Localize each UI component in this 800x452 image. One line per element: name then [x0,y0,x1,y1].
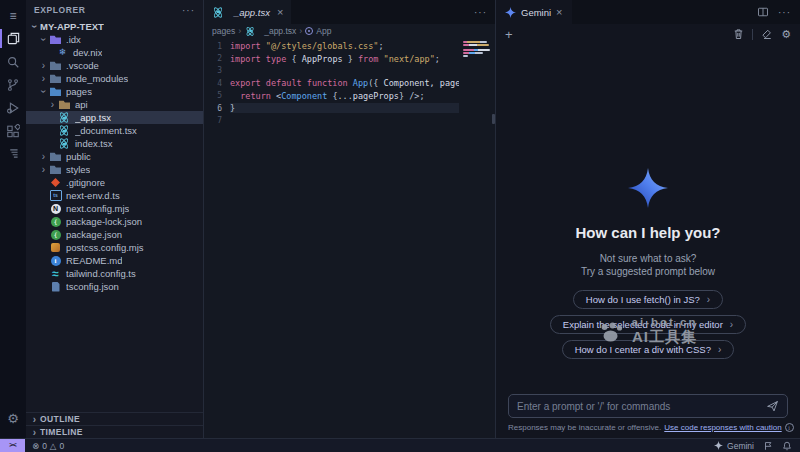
code-line: 4export default function App({ Component… [204,77,459,89]
tree-item-package-lock[interactable]: package-lock.json [26,215,203,228]
breadcrumb[interactable]: pages › _app.tsx › App [204,24,495,38]
gemini-settings-icon[interactable]: ⚙ [781,29,791,40]
source-control-icon[interactable] [0,73,26,96]
extensions-icon[interactable] [0,119,26,142]
activity-bar: ≡ ⚙ [0,0,26,438]
tree-item-my-app-text[interactable]: MY-APP-TEXT [26,20,203,33]
chevron-down-icon [38,86,49,97]
split-editor-icon[interactable] [757,6,769,18]
tree-item-node-modules[interactable]: node_modules [26,72,203,85]
warning-icon: △ [50,441,57,451]
postcss-icon [49,242,62,254]
gemini-subtitle: Not sure what to ask? Try a suggested pr… [581,252,715,278]
react-icon [58,138,71,150]
readme-info-icon [49,255,62,267]
tree-item-app-tsx[interactable]: _app.tsx [26,111,203,124]
chevron-right-icon [38,164,49,175]
tree-item-public[interactable]: public [26,150,203,163]
typescript-def-icon [49,190,62,202]
eraser-clear-icon[interactable] [761,28,773,40]
editor-actions-icon[interactable]: ··· [474,7,487,18]
tab-gemini[interactable]: Gemini × [496,0,572,24]
menu-icon[interactable]: ≡ [0,4,26,27]
file-tree: MY-APP-TEXT .idx dev.nix .vscode node_mo… [26,20,203,412]
gemini-toolbar: + ⚙ [496,24,800,44]
search-icon[interactable] [0,50,26,73]
gemini-sparkle-icon [505,7,516,18]
chevron-right-icon [38,151,49,162]
trash-icon[interactable] [733,28,744,40]
more-actions-icon[interactable]: ··· [778,7,791,18]
caution-link[interactable]: Use code responses with caution [664,423,781,432]
code-line: 2import type { AppProps } from "next/app… [204,52,459,64]
chevron-right-icon: › [730,319,733,330]
gemini-title: How can I help you? [575,224,720,241]
chevron-right-icon: › [718,344,721,355]
feedback-icon[interactable] [763,441,773,451]
symbol-class-icon [305,27,313,35]
json-icon [49,229,62,241]
timeline-section[interactable]: TIMELINE [26,425,203,438]
react-icon [212,6,225,18]
explorer-title: EXPLORER [34,5,86,15]
tree-item-package-json[interactable]: package.json [26,228,203,241]
tab-app-tsx[interactable]: _app.tsx × [204,0,291,24]
scrollbar-thumb[interactable] [492,114,495,124]
react-icon [58,112,71,124]
tree-item-api[interactable]: api [26,98,203,111]
chevron-right-icon [29,427,40,438]
folder-icon [49,86,62,98]
react-icon [58,125,71,137]
close-tab-icon[interactable]: × [277,6,283,18]
remote-indicator[interactable]: >< [0,439,25,452]
tree-item-tailwind[interactable]: tailwind.config.ts [26,267,203,280]
chevron-right-icon [29,414,40,425]
gemini-sparkle-icon [714,441,723,450]
minimap[interactable] [461,38,491,438]
explorer-actions-icon[interactable]: ··· [182,5,195,16]
output-lines-icon[interactable] [0,142,26,165]
explorer-files-icon[interactable] [0,27,26,50]
tree-item-styles[interactable]: styles [26,163,203,176]
folder-icon [49,34,62,46]
send-icon[interactable] [766,400,779,412]
tree-item-document-tsx[interactable]: _document.tsx [26,124,203,137]
folder-icon [58,99,71,111]
statusbar-gemini[interactable]: Gemini [714,441,754,451]
tree-item-readme[interactable]: README.md [26,254,203,267]
tree-item-next-env[interactable]: next-env.d.ts [26,189,203,202]
info-icon: i [785,423,794,432]
bell-icon[interactable] [782,441,792,451]
tree-item-tsconfig[interactable]: tsconfig.json [26,280,203,293]
tailwind-icon [49,268,62,280]
gemini-content: How can I help you? Not sure what to ask… [496,44,800,388]
folder-icon [49,60,62,72]
nix-file-icon [56,47,69,59]
suggested-prompt-explain-code[interactable]: Explain the selected code in my editor› [550,315,746,334]
tree-item-idx[interactable]: .idx [26,33,203,46]
tree-item-postcss[interactable]: postcss.config.mjs [26,241,203,254]
new-chat-icon[interactable]: + [505,28,513,41]
prompt-input[interactable] [517,401,760,412]
code-line: 5 return <Component {...pageProps} />; [204,90,459,102]
chevron-right-icon: › [707,294,710,305]
tree-item-next-config[interactable]: next.config.mjs [26,202,203,215]
code-line: 1import "@/styles/globals.css"; [204,40,459,52]
close-tab-icon[interactable]: × [556,6,562,18]
tree-item-pages[interactable]: pages [26,85,203,98]
tree-item-vscode[interactable]: .vscode [26,59,203,72]
status-bar: >< ⊗ 0 △ 0 Gemini [0,438,800,452]
code-editor[interactable]: 1import "@/styles/globals.css"; 2import … [204,38,495,438]
settings-gear-icon[interactable]: ⚙ [0,407,26,430]
suggested-prompt-fetch[interactable]: How do I use fetch() in JS?› [573,290,723,309]
tree-item-gitignore[interactable]: .gitignore [26,176,203,189]
gemini-panel: Gemini × ··· + ⚙ [496,0,800,438]
suggested-prompt-center-div[interactable]: How do I center a div with CSS?› [562,340,735,359]
tree-item-index-tsx[interactable]: index.tsx [26,137,203,150]
outline-section[interactable]: OUTLINE [26,412,203,425]
chevron-right-icon [47,99,58,110]
problems-indicator[interactable]: ⊗ 0 △ 0 [25,441,71,451]
run-debug-icon[interactable] [0,96,26,119]
code-line: 7 [204,114,459,126]
tree-item-dev-nix[interactable]: dev.nix [26,46,203,59]
